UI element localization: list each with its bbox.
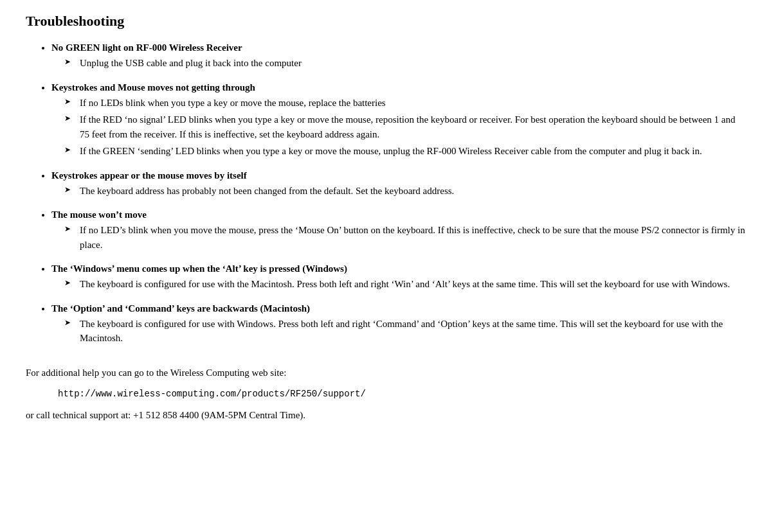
issue-4: The mouse won’t moveIf no LED’s blink wh… (51, 209, 745, 252)
issue-5: The ‘Windows’ menu comes up when the ‘Al… (51, 263, 745, 292)
issue-3-title: Keystrokes appear or the mouse moves by … (51, 170, 745, 181)
issue-5-solution-0: The keyboard is configured for use with … (64, 277, 745, 292)
issue-2-solution-0: If no LEDs blink when you type a key or … (64, 96, 745, 111)
issue-3: Keystrokes appear or the mouse moves by … (51, 170, 745, 199)
issue-5-solutions: The keyboard is configured for use with … (51, 277, 745, 292)
help-intro: For additional help you can go to the Wi… (26, 365, 745, 380)
additional-help-section: For additional help you can go to the Wi… (26, 365, 745, 423)
issue-4-solution-0: If no LED’s blink when you move the mous… (64, 223, 745, 252)
issue-6: The ‘Option’ and ‘Command’ keys are back… (51, 303, 745, 346)
issue-2-solution-2: If the GREEN ‘sending’ LED blinks when y… (64, 144, 745, 159)
issue-3-solution-0: The keyboard address has probably not be… (64, 184, 745, 199)
issue-4-solutions: If no LED’s blink when you move the mous… (51, 223, 745, 252)
issue-6-title: The ‘Option’ and ‘Command’ keys are back… (51, 303, 745, 314)
issue-5-title: The ‘Windows’ menu comes up when the ‘Al… (51, 263, 745, 274)
issue-2-solution-1: If the RED ‘no signal’ LED blinks when y… (64, 112, 745, 141)
issue-1-solution-0: Unplug the USB cable and plug it back in… (64, 56, 745, 71)
issue-6-solution-0: The keyboard is configured for use with … (64, 317, 745, 346)
issue-2-solutions: If no LEDs blink when you type a key or … (51, 96, 745, 159)
issue-2: Keystrokes and Mouse moves not getting t… (51, 82, 745, 159)
issue-2-title: Keystrokes and Mouse moves not getting t… (51, 82, 745, 93)
issue-3-solutions: The keyboard address has probably not be… (51, 184, 745, 199)
issue-4-title: The mouse won’t move (51, 209, 745, 220)
help-url[interactable]: http://www.wireless-computing.com/produc… (58, 387, 745, 401)
issue-1-title: No GREEN light on RF-000 Wireless Receiv… (51, 42, 745, 53)
contact-info: or call technical support at: +1 512 858… (26, 407, 745, 423)
issue-1-solutions: Unplug the USB cable and plug it back in… (51, 56, 745, 71)
issue-6-solutions: The keyboard is configured for use with … (51, 317, 745, 346)
issues-list: No GREEN light on RF-000 Wireless Receiv… (26, 42, 745, 346)
page-title: Troubleshooting (26, 13, 745, 30)
issue-1: No GREEN light on RF-000 Wireless Receiv… (51, 42, 745, 71)
